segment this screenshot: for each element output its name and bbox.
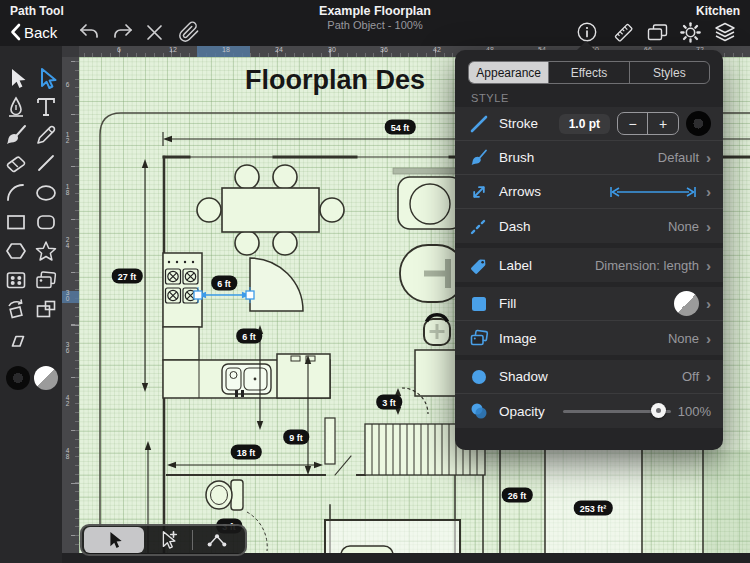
back-chevron-icon xyxy=(10,23,21,41)
edit-nodes-mode-button[interactable] xyxy=(193,526,241,554)
tool-text[interactable] xyxy=(32,93,60,121)
floorplan-title-text[interactable]: Floorplan Des xyxy=(245,65,425,96)
dimension-label[interactable]: 9 ft xyxy=(283,430,309,445)
opacity-slider[interactable] xyxy=(563,403,671,419)
inspector-row-arrows[interactable]: Arrows › xyxy=(455,175,723,209)
tool-arc[interactable] xyxy=(2,179,30,207)
bathtub[interactable] xyxy=(341,546,393,553)
arrow-style-preview xyxy=(607,185,699,199)
selection-handle[interactable] xyxy=(246,291,254,299)
stroke-stepper: − + xyxy=(617,112,679,135)
desk-chair[interactable] xyxy=(424,315,450,345)
dimension-label-selected[interactable]: 6 ft xyxy=(211,276,237,291)
tool-pen[interactable] xyxy=(2,93,30,121)
chevron-right-icon: › xyxy=(706,219,711,234)
shadow-icon xyxy=(469,367,499,387)
redo-icon xyxy=(112,23,134,41)
stroke-decrease-button[interactable]: − xyxy=(618,113,648,134)
stroke-increase-button[interactable]: + xyxy=(648,113,678,134)
tool-rectangle[interactable] xyxy=(2,208,30,236)
cabinet[interactable] xyxy=(163,327,199,360)
dimension-label[interactable]: 3 ft xyxy=(376,395,402,410)
door-swing[interactable] xyxy=(250,258,303,311)
fill-color-swatch[interactable] xyxy=(674,291,699,316)
toilet[interactable] xyxy=(206,480,243,510)
stroke-color-well[interactable] xyxy=(6,366,30,390)
appearance-inspector-popover: Appearance Effects Styles STYLE Stroke 1… xyxy=(455,50,723,450)
tool-scale[interactable] xyxy=(32,295,60,323)
inspector-row-fill[interactable]: Fill › xyxy=(455,287,723,321)
tab-styles[interactable]: Styles xyxy=(630,62,709,83)
tool-pattern[interactable] xyxy=(2,266,30,294)
vertical-ruler: 6 12 18 24 30 36 42 48 xyxy=(62,57,79,563)
tag-icon xyxy=(469,255,499,275)
delete-button[interactable] xyxy=(146,20,163,44)
tool-rounded-rectangle[interactable] xyxy=(32,208,60,236)
tab-appearance[interactable]: Appearance xyxy=(469,62,549,83)
attachment-button[interactable] xyxy=(178,20,200,44)
undo-icon xyxy=(78,23,100,41)
section-header: STYLE xyxy=(471,92,509,104)
dimension-label[interactable]: 27 ft xyxy=(112,269,143,284)
dimension-label[interactable]: 18 ft xyxy=(231,445,262,460)
add-anchor-mode-button[interactable] xyxy=(144,526,192,554)
area-label[interactable]: 253 ft² xyxy=(574,501,613,516)
row-label: Shadow xyxy=(499,369,548,384)
arrows-icon xyxy=(469,182,499,202)
dimension-label[interactable]: 26 ft xyxy=(502,488,533,503)
row-label: Fill xyxy=(499,296,516,311)
tab-effects[interactable]: Effects xyxy=(549,62,629,83)
inspector-row-image[interactable]: Image None› xyxy=(455,321,723,355)
layers-icon xyxy=(713,21,737,43)
tool-eraser[interactable] xyxy=(2,149,30,177)
tool-brush[interactable] xyxy=(2,121,30,149)
ruler-icon xyxy=(612,21,635,44)
row-label: Brush xyxy=(499,150,534,165)
inspector-row-shadow[interactable]: Shadow Off› xyxy=(455,360,723,394)
select-mode-button-active[interactable] xyxy=(84,527,144,553)
opacity-slider-knob[interactable] xyxy=(651,403,666,418)
layers-button[interactable] xyxy=(713,20,737,44)
selection-handle[interactable] xyxy=(194,291,202,299)
tool-polygon[interactable] xyxy=(2,237,30,265)
tool-skew[interactable] xyxy=(2,327,30,355)
dining-set[interactable] xyxy=(197,165,344,255)
inspector-row-stroke[interactable]: Stroke 1.0 pt − + xyxy=(455,107,723,141)
cursor-icon xyxy=(105,530,123,550)
undo-button[interactable] xyxy=(78,20,100,44)
row-label: Opacity xyxy=(499,404,545,419)
inspector-row-opacity[interactable]: Opacity 100% xyxy=(455,394,723,428)
ruler-label: 12 xyxy=(64,131,71,143)
ruler-label: 30 xyxy=(64,289,71,301)
top-bar: Path Tool Example Floorplan Path Object … xyxy=(0,0,750,46)
back-button[interactable]: Back xyxy=(10,20,57,44)
tool-ellipse[interactable] xyxy=(32,179,60,207)
stroke-color-swatch[interactable] xyxy=(686,111,711,136)
tool-line[interactable] xyxy=(32,149,60,177)
dimension-label[interactable]: 6 ft xyxy=(236,329,262,344)
document-title: Example Floorplan xyxy=(0,4,750,18)
inspector-row-brush[interactable]: Brush Default› xyxy=(455,141,723,175)
stove[interactable] xyxy=(163,253,202,327)
opacity-icon xyxy=(469,401,499,421)
dimensions-button[interactable] xyxy=(612,20,635,44)
armchair[interactable] xyxy=(398,177,462,229)
door-leaf xyxy=(335,456,351,475)
tool-direct-select-arrow-selected[interactable] xyxy=(32,64,60,92)
tool-star[interactable] xyxy=(32,237,60,265)
stroke-width-value[interactable]: 1.0 pt xyxy=(559,114,610,134)
tool-pencil[interactable] xyxy=(32,121,60,149)
tool-rotate[interactable] xyxy=(2,295,30,323)
pages-button[interactable] xyxy=(646,20,669,44)
fill-color-well[interactable] xyxy=(34,366,58,390)
tool-select-arrow[interactable] xyxy=(2,64,30,92)
inspector-row-label[interactable]: Label Dimension: length› xyxy=(455,248,723,282)
redo-button[interactable] xyxy=(112,20,134,44)
ruler-label: 24 xyxy=(275,46,283,53)
app-window: Path Tool Example Floorplan Path Object … xyxy=(0,0,750,563)
settings-button[interactable] xyxy=(679,20,702,44)
kitchen-counter[interactable] xyxy=(163,354,330,398)
tool-image[interactable] xyxy=(32,266,60,294)
inspector-row-dash[interactable]: Dash None› xyxy=(455,209,723,243)
dimension-label[interactable]: 54 ft xyxy=(385,120,416,135)
